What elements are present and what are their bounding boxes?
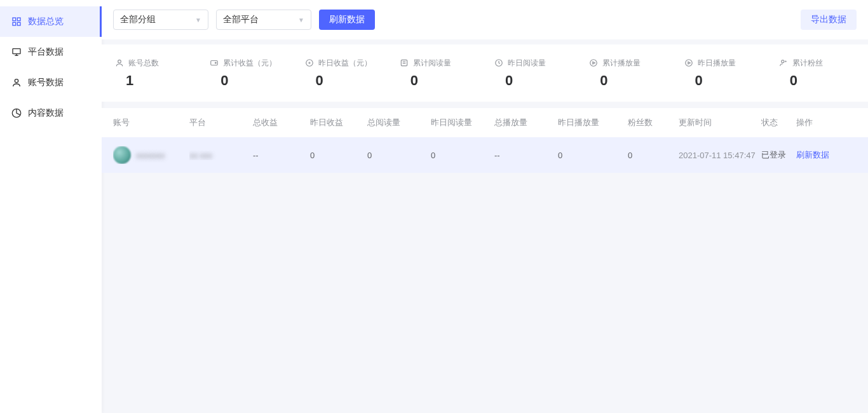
cell-yesterday-reads: 0 — [431, 151, 494, 160]
sidebar-item-account[interactable]: 账号数据 — [0, 67, 102, 98]
col-account: 账号 — [113, 117, 189, 128]
col-yesterday-income: 昨日收益 — [310, 117, 367, 128]
platform-select-value: 全部平台 — [223, 14, 259, 25]
stat-account-total: 账号总数 1 — [105, 44, 200, 102]
platform-select[interactable]: 全部平台 ▼ — [216, 10, 311, 30]
sidebar-item-label: 数据总览 — [28, 16, 64, 27]
stat-total-plays: 累计播放量 0 — [580, 44, 674, 102]
sidebar-item-content[interactable]: 内容数据 — [0, 98, 102, 128]
avatar — [113, 146, 131, 164]
data-table: 账号 平台 总收益 昨日收益 总阅读量 昨日阅读量 总播放量 昨日播放量 粉丝数… — [102, 108, 868, 173]
cell-fans: 0 — [628, 151, 679, 160]
stats-row: 账号总数 1 累计收益（元） 0 昨日收益（元） 0 — [102, 44, 868, 102]
svg-rect-4 — [13, 49, 20, 54]
pie-icon — [11, 108, 22, 118]
col-total-reads: 总阅读量 — [367, 117, 431, 128]
cell-account: xxxxxxx — [113, 146, 189, 164]
col-fans: 粉丝数 — [628, 117, 679, 128]
clock-icon — [494, 58, 504, 68]
main: 全部分组 ▼ 全部平台 ▼ 刷新数据 导出数据 账号总数 1 — [102, 0, 868, 413]
refresh-button[interactable]: 刷新数据 — [319, 10, 375, 30]
user-icon — [11, 78, 22, 88]
chevron-down-icon: ▼ — [298, 17, 304, 24]
col-platform: 平台 — [189, 117, 253, 128]
sidebar-item-label: 账号数据 — [28, 77, 64, 88]
stat-yesterday-reads: 昨日阅读量 0 — [485, 44, 580, 102]
cell-total-reads: 0 — [367, 151, 431, 160]
col-updated: 更新时间 — [679, 117, 761, 128]
table-header: 账号 平台 总收益 昨日收益 总阅读量 昨日阅读量 总播放量 昨日播放量 粉丝数… — [102, 108, 868, 137]
sidebar-item-overview[interactable]: 数据总览 — [0, 6, 102, 37]
svg-point-7 — [15, 79, 18, 83]
overview-icon — [11, 17, 22, 27]
user-icon — [114, 58, 125, 68]
svg-point-9 — [118, 60, 121, 63]
stat-total-reads: 累计阅读量 0 — [390, 44, 485, 102]
stat-yesterday-income: 昨日收益（元） 0 — [295, 44, 390, 102]
stat-total-fans: 累计粉丝 0 — [770, 44, 864, 102]
col-status: 状态 — [761, 117, 796, 128]
cell-yesterday-income: 0 — [310, 151, 367, 160]
cell-platform: xx xxx — [189, 151, 253, 160]
play-icon — [684, 58, 694, 68]
group-select-value: 全部分组 — [120, 14, 156, 25]
chevron-down-icon: ▼ — [195, 17, 201, 24]
cell-yesterday-plays: 0 — [558, 151, 628, 160]
read-icon — [399, 58, 409, 68]
cell-status: 已登录 — [761, 149, 796, 161]
svg-point-18 — [685, 60, 692, 67]
row-refresh-link[interactable]: 刷新数据 — [796, 149, 844, 161]
account-name-masked: xxxxxxx — [136, 151, 165, 160]
sidebar-item-platform[interactable]: 平台数据 — [0, 37, 102, 67]
svg-rect-2 — [13, 22, 16, 25]
play-icon — [588, 58, 599, 68]
col-yesterday-reads: 昨日阅读量 — [431, 117, 494, 128]
svg-point-17 — [590, 60, 597, 67]
col-total-plays: 总播放量 — [494, 117, 558, 128]
stat-yesterday-plays: 昨日播放量 0 — [675, 44, 770, 102]
cell-total-plays: -- — [494, 151, 558, 160]
cell-total-income: -- — [253, 151, 310, 160]
svg-rect-0 — [13, 18, 16, 21]
svg-point-11 — [215, 62, 217, 64]
sidebar: 数据总览 平台数据 账号数据 内容数据 — [0, 0, 102, 413]
cell-updated: 2021-07-11 15:47:47 — [679, 151, 761, 160]
svg-point-19 — [782, 60, 784, 63]
wallet-icon — [209, 58, 219, 68]
svg-rect-1 — [17, 18, 20, 21]
followers-icon — [778, 58, 789, 68]
sidebar-item-label: 内容数据 — [28, 107, 64, 119]
table-row: xxxxxxx xx xxx -- 0 0 0 -- 0 0 2021-07-1… — [102, 137, 868, 173]
export-button[interactable]: 导出数据 — [801, 10, 857, 30]
sidebar-item-label: 平台数据 — [28, 46, 64, 58]
toolbar: 全部分组 ▼ 全部平台 ▼ 刷新数据 导出数据 — [102, 0, 868, 39]
col-action: 操作 — [796, 117, 844, 128]
col-yesterday-plays: 昨日播放量 — [558, 117, 628, 128]
stat-total-income: 累计收益（元） 0 — [200, 44, 295, 102]
monitor-icon — [11, 47, 22, 57]
col-total-income: 总收益 — [253, 117, 310, 128]
svg-rect-3 — [17, 22, 20, 25]
coin-icon — [304, 58, 315, 68]
group-select[interactable]: 全部分组 ▼ — [113, 10, 208, 30]
